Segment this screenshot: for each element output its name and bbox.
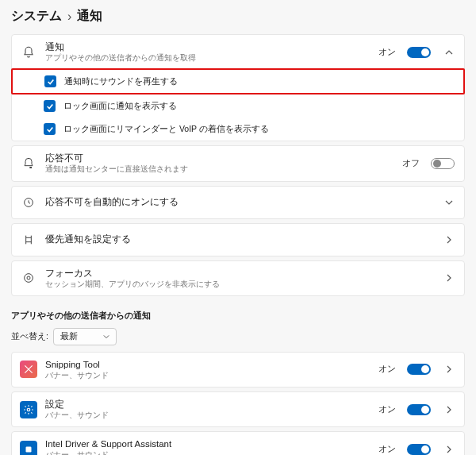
dnd-row[interactable]: 応答不可 通知は通知センターに直接送信されます オフ	[12, 146, 464, 180]
option-play-sound[interactable]: 通知時にサウンドを再生する	[13, 70, 463, 93]
dnd-state-label: オフ	[402, 158, 420, 169]
focus-row[interactable]: フォーカス セッション期間、アプリのバッジを非表示にする	[12, 261, 464, 295]
chevron-right-icon	[443, 274, 455, 282]
app-toggle[interactable]	[407, 364, 431, 375]
app-name: Intel Driver & Support Assistant	[45, 438, 370, 450]
sort-select[interactable]: 最新	[53, 328, 117, 345]
priority-icon	[20, 233, 37, 246]
priority-row[interactable]: 優先通知を設定する	[12, 224, 464, 256]
app-row-settings[interactable]: 設定 バナー、サウンド オン	[11, 391, 465, 427]
chevron-right-icon	[443, 365, 455, 373]
chevron-right-icon	[443, 406, 455, 414]
chevron-right-icon	[443, 236, 455, 244]
notifications-state-label: オン	[378, 47, 396, 58]
option-sound-label: 通知時にサウンドを再生する	[64, 76, 178, 87]
dnd-icon	[20, 157, 37, 170]
dnd-auto-row[interactable]: 応答不可を自動的にオンにする	[12, 187, 464, 218]
dnd-subtitle: 通知は通知センターに直接送信されます	[45, 164, 394, 174]
focus-subtitle: セッション期間、アプリのバッジを非表示にする	[45, 280, 431, 289]
focus-panel: フォーカス セッション期間、アプリのバッジを非表示にする	[11, 260, 465, 296]
app-state-label: オン	[378, 364, 396, 375]
notifications-row[interactable]: 通知 アプリやその他の送信者からの通知を取得 オン	[12, 35, 464, 69]
dnd-auto-title: 応答不可を自動的にオンにする	[45, 196, 431, 208]
svg-point-2	[27, 276, 30, 280]
app-name: 設定	[45, 399, 370, 411]
focus-icon	[20, 272, 37, 284]
app-name: Snipping Tool	[45, 359, 370, 371]
dnd-toggle[interactable]	[431, 158, 455, 169]
app-row-intel[interactable]: Intel Driver & Support Assistant バナー、サウン…	[11, 431, 465, 455]
app-sub: バナー、サウンド	[45, 371, 370, 380]
checkbox-lockscreen-voip[interactable]	[44, 123, 56, 135]
dnd-panel: 応答不可 通知は通知センターに直接送信されます オフ	[11, 145, 465, 181]
app-sub: バナー、サウンド	[45, 411, 370, 420]
notifications-subtitle: アプリやその他の送信者からの通知を取得	[45, 53, 370, 63]
svg-point-3	[27, 408, 30, 411]
snipping-tool-icon	[20, 361, 37, 378]
app-row-snipping[interactable]: Snipping Tool バナー、サウンド オン	[11, 352, 465, 388]
intel-icon	[20, 441, 37, 455]
app-sub: バナー、サウンド	[45, 450, 370, 455]
app-toggle[interactable]	[407, 404, 431, 415]
dnd-auto-panel: 応答不可を自動的にオンにする	[11, 186, 465, 219]
focus-title: フォーカス	[45, 268, 431, 280]
notifications-panel: 通知 アプリやその他の送信者からの通知を取得 オン 通知時にサウンドを再生する …	[11, 34, 465, 141]
svg-point-1	[25, 274, 33, 283]
app-state-label: オン	[378, 444, 396, 455]
notifications-toggle[interactable]	[407, 47, 431, 58]
priority-title: 優先通知を設定する	[45, 233, 431, 245]
sort-value: 最新	[60, 331, 78, 342]
highlight-box: 通知時にサウンドを再生する	[11, 68, 465, 94]
dnd-title: 応答不可	[45, 152, 394, 164]
notifications-title: 通知	[45, 41, 370, 53]
priority-panel: 優先通知を設定する	[11, 223, 465, 256]
chevron-down-icon	[443, 199, 455, 206]
sort-row: 並べ替え: 最新	[11, 328, 465, 345]
apps-section-header: アプリやその他の送信者からの通知	[11, 310, 465, 322]
chevron-right-icon	[443, 445, 455, 453]
breadcrumb-parent[interactable]: システム	[11, 8, 62, 25]
breadcrumb-current: 通知	[77, 8, 102, 25]
checkbox-lockscreen[interactable]	[44, 100, 56, 112]
app-state-label: オン	[378, 404, 396, 415]
bell-icon	[20, 46, 37, 59]
option-lockscreen-voip[interactable]: ロック画面にリマインダーと VoIP の着信を表示する	[12, 118, 464, 141]
breadcrumb: システム › 通知	[11, 8, 465, 25]
option-lockscreen-voip-label: ロック画面にリマインダーと VoIP の着信を表示する	[63, 124, 269, 135]
breadcrumb-separator: ›	[67, 10, 71, 24]
clock-icon	[20, 196, 37, 209]
option-lockscreen[interactable]: ロック画面に通知を表示する	[12, 94, 464, 118]
sort-label: 並べ替え:	[11, 331, 48, 342]
chevron-up-icon[interactable]	[443, 48, 455, 56]
checkbox-sound[interactable]	[44, 75, 56, 87]
app-toggle[interactable]	[407, 444, 431, 455]
svg-rect-4	[26, 447, 32, 453]
settings-icon	[20, 401, 37, 418]
option-lockscreen-label: ロック画面に通知を表示する	[63, 101, 177, 112]
